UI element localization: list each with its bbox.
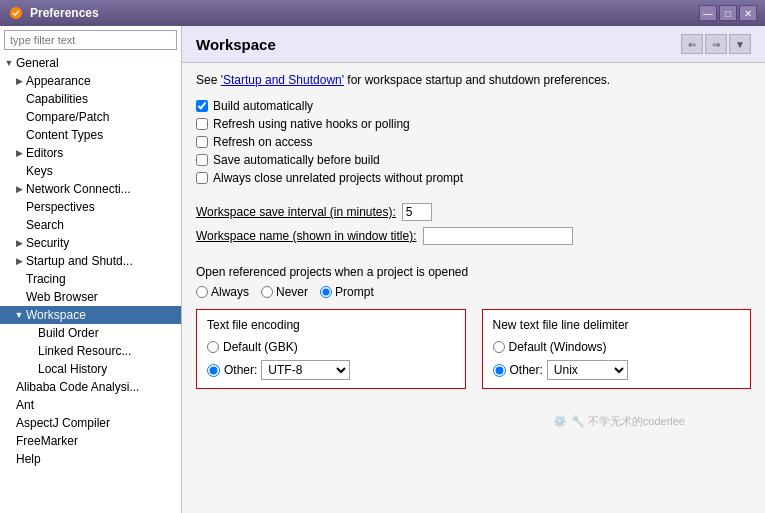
expand-icon-blank [14,292,24,302]
line-delimiter-title: New text file line delimiter [493,318,741,332]
delimiter-default-row: Default (Windows) [493,340,741,354]
build-auto-checkbox[interactable] [196,100,208,112]
radio-never-input[interactable] [261,286,273,298]
sidebar-item-build-order[interactable]: Build Order [0,324,181,342]
sidebar-item-compare[interactable]: Compare/Patch [0,108,181,126]
sidebar-item-aspectj[interactable]: AspectJ Compiler [0,414,181,432]
delimiter-other-row: Other: Unix Windows Mac OS X [493,360,741,380]
window-controls: — □ ✕ [699,5,757,21]
sidebar-item-network[interactable]: ▶ Network Connecti... [0,180,181,198]
sidebar-item-capabilities[interactable]: Capabilities [0,90,181,108]
workspace-name-row: Workspace name (shown in window title): [196,227,751,245]
expand-icon-blank [26,364,36,374]
filter-row [0,30,181,50]
checkbox-save-auto: Save automatically before build [196,153,751,167]
window-title: Preferences [30,6,693,20]
expand-icon-blank [4,436,14,446]
radio-prompt-input[interactable] [320,286,332,298]
refresh-access-checkbox[interactable] [196,136,208,148]
sidebar-item-local-history[interactable]: Local History [0,360,181,378]
sidebar-item-search[interactable]: Search [0,216,181,234]
radio-always: Always [196,285,249,299]
sidebar-item-keys[interactable]: Keys [0,162,181,180]
sidebar-item-workspace[interactable]: ▼ Workspace [0,306,181,324]
save-interval-input[interactable] [402,203,432,221]
open-projects-label: Open referenced projects when a project … [196,265,751,279]
expand-icon-blank [14,166,24,176]
delimiter-other-radio[interactable] [493,364,506,377]
description: See 'Startup and Shutdown' for workspace… [196,73,751,87]
page-header: Workspace ⇐ ⇒ ▼ [182,26,765,63]
expand-icon-blank [14,220,24,230]
startup-shutdown-link[interactable]: 'Startup and Shutdown' [221,73,344,87]
expand-icon-blank [26,346,36,356]
content-body: See 'Startup and Shutdown' for workspace… [182,63,765,399]
expand-icon-blank [14,112,24,122]
workspace-name-input[interactable] [423,227,573,245]
expand-icon-blank [14,202,24,212]
page-title: Workspace [196,36,276,53]
title-bar: Preferences — □ ✕ [0,0,765,26]
sidebar-item-tracing[interactable]: Tracing [0,270,181,288]
sidebar-item-appearance[interactable]: ▶ Appearance [0,72,181,90]
expand-icon-blank [14,130,24,140]
sidebar-item-web-browser[interactable]: Web Browser [0,288,181,306]
sidebar-item-general[interactable]: ▼ General [0,54,181,72]
expand-icon-blank [4,454,14,464]
checkbox-always-close: Always close unrelated projects without … [196,171,751,185]
maximize-button[interactable]: □ [719,5,737,21]
refresh-native-checkbox[interactable] [196,118,208,130]
radio-prompt: Prompt [320,285,374,299]
sidebar-item-content-types[interactable]: Content Types [0,126,181,144]
delimiter-default-radio[interactable] [493,341,505,353]
sidebar-item-freemarker[interactable]: FreeMarker [0,432,181,450]
sidebar-item-ant[interactable]: Ant [0,396,181,414]
expand-icon-blank [4,382,14,392]
forward-arrow[interactable]: ⇒ [705,34,727,54]
sidebar-item-perspectives[interactable]: Perspectives [0,198,181,216]
sidebar-item-editors[interactable]: ▶ Editors [0,144,181,162]
app-icon [8,5,24,21]
sidebar-item-alibaba[interactable]: Alibaba Code Analysi... [0,378,181,396]
expand-icon: ▶ [14,238,24,248]
checkbox-build-auto: Build automatically [196,99,751,113]
line-delimiter-box: New text file line delimiter Default (Wi… [482,309,752,389]
sidebar-item-startup[interactable]: ▶ Startup and Shutd... [0,252,181,270]
expand-icon-blank [4,400,14,410]
main-container: ▼ General ▶ Appearance Capabilities Comp… [0,26,765,513]
expand-icon: ▼ [4,58,14,68]
close-button[interactable]: ✕ [739,5,757,21]
nav-arrows: ⇐ ⇒ ▼ [681,34,751,54]
watermark: ⚙️ 🔧 不学无术的coderlee [553,414,685,429]
radio-always-input[interactable] [196,286,208,298]
expand-icon: ▶ [14,148,24,158]
expand-icon-blank [14,94,24,104]
expand-icon: ▶ [14,184,24,194]
radio-never: Never [261,285,308,299]
text-file-encoding-box: Text file encoding Default (GBK) Other: … [196,309,466,389]
save-interval-label: Workspace save interval (in minutes): [196,205,396,219]
encoding-select[interactable]: UTF-8 GBK UTF-16 ISO-8859-1 [261,360,350,380]
checkbox-refresh-access: Refresh on access [196,135,751,149]
always-close-checkbox[interactable] [196,172,208,184]
expand-icon: ▶ [14,76,24,86]
encoding-default-row: Default (GBK) [207,340,455,354]
sidebar-item-security[interactable]: ▶ Security [0,234,181,252]
content-area: ▼ General ▶ Appearance Capabilities Comp… [0,26,765,513]
checkbox-refresh-native: Refresh using native hooks or polling [196,117,751,131]
expand-icon-blank [4,418,14,428]
sidebar-item-help[interactable]: Help [0,450,181,468]
sidebar: ▼ General ▶ Appearance Capabilities Comp… [0,26,182,513]
expand-icon-blank [26,328,36,338]
save-auto-checkbox[interactable] [196,154,208,166]
delimiter-select[interactable]: Unix Windows Mac OS X [547,360,628,380]
dropdown-arrow[interactable]: ▼ [729,34,751,54]
expand-icon: ▼ [14,310,24,320]
encoding-default-radio[interactable] [207,341,219,353]
save-interval-row: Workspace save interval (in minutes): [196,203,751,221]
back-arrow[interactable]: ⇐ [681,34,703,54]
sidebar-item-linked-resources[interactable]: Linked Resourc... [0,342,181,360]
filter-input[interactable] [4,30,177,50]
encoding-other-radio[interactable] [207,364,220,377]
minimize-button[interactable]: — [699,5,717,21]
